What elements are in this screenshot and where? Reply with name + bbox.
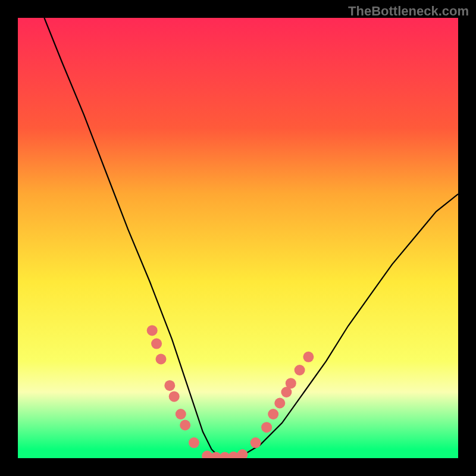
data-marker xyxy=(176,409,186,419)
data-marker xyxy=(164,380,175,391)
data-marker xyxy=(286,378,296,389)
data-marker xyxy=(303,352,314,362)
data-marker xyxy=(250,437,261,448)
data-marker xyxy=(261,422,272,433)
data-marker xyxy=(180,420,190,431)
data-marker xyxy=(147,325,158,336)
data-marker xyxy=(237,449,248,458)
data-marker xyxy=(169,391,180,402)
chart-svg xyxy=(18,18,458,458)
plot-area xyxy=(18,18,458,458)
data-marker xyxy=(274,398,285,409)
data-markers xyxy=(147,325,314,458)
watermark-text: TheBottleneck.com xyxy=(348,4,469,19)
data-marker xyxy=(156,354,167,365)
data-marker xyxy=(268,409,278,419)
data-marker xyxy=(151,339,162,349)
bottleneck-curve xyxy=(44,18,458,458)
data-marker xyxy=(295,365,305,375)
data-marker xyxy=(189,437,199,448)
